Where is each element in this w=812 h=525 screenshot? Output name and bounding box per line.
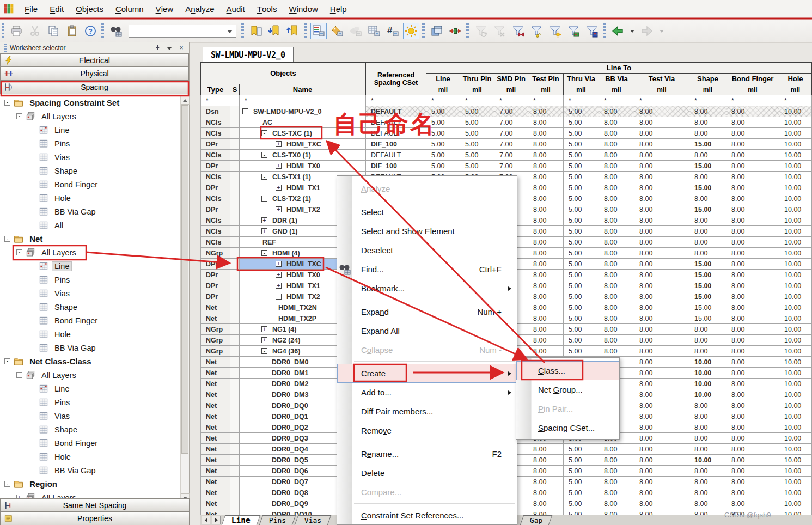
- cell-test-pin[interactable]: 8.00: [528, 139, 564, 150]
- cell-test-via[interactable]: 8.00: [634, 172, 689, 182]
- cell-line[interactable]: 5.00: [426, 106, 460, 117]
- cell-bond-finger[interactable]: 8.00: [726, 357, 779, 368]
- cell-bb-via[interactable]: 8.00: [599, 259, 634, 270]
- cell-s[interactable]: [230, 248, 240, 259]
- expand-icon[interactable]: +: [276, 261, 282, 267]
- cell-bond-finger[interactable]: 8.00: [726, 237, 779, 248]
- cell-hole[interactable]: 10.00: [779, 117, 812, 128]
- cell-thru-via[interactable]: 5.00: [564, 444, 599, 455]
- cell-type[interactable]: NCls: [201, 117, 230, 128]
- cell-bond-finger[interactable]: 8.00: [726, 389, 779, 400]
- toolbar-separator-handle[interactable]: [422, 23, 425, 39]
- cell-thru-pin[interactable]: 5.00: [460, 150, 494, 161]
- back-button[interactable]: [609, 23, 626, 39]
- cell-s[interactable]: [230, 444, 240, 455]
- tree-item-line[interactable]: Line: [0, 123, 180, 137]
- filter-cell[interactable]: *: [240, 95, 366, 106]
- cell-shape[interactable]: 10.00: [689, 379, 726, 389]
- cell-bb-via[interactable]: 8.00: [599, 466, 634, 477]
- cell-s[interactable]: [230, 455, 240, 466]
- cell-test-via[interactable]: 8.00: [634, 302, 689, 313]
- cell-shape[interactable]: 8.00: [689, 477, 726, 487]
- tree-item-shape[interactable]: Shape: [0, 164, 180, 178]
- cell-hole[interactable]: 10.00: [779, 248, 812, 259]
- window-stack-button[interactable]: [429, 23, 445, 39]
- cell-hole[interactable]: 10.00: [779, 161, 812, 172]
- collapse-icon[interactable]: -: [261, 152, 267, 158]
- cell-thru-pin[interactable]: 5.00: [460, 128, 494, 139]
- cell-hole[interactable]: 10.00: [779, 346, 812, 357]
- collapse-icon[interactable]: -: [16, 113, 22, 119]
- cell-type[interactable]: DPr: [201, 182, 230, 193]
- expand-icon[interactable]: +: [261, 217, 267, 223]
- sidebar-category-spacing[interactable]: Spacing: [0, 81, 189, 94]
- drag-handle-icon[interactable]: [4, 44, 7, 52]
- filter-clear-button[interactable]: [491, 23, 508, 39]
- cell-shape[interactable]: 15.00: [689, 280, 726, 291]
- cell-test-via[interactable]: 8.00: [634, 477, 689, 487]
- cell-thru-pin[interactable]: 5.00: [460, 106, 494, 117]
- cell-hole[interactable]: 10.00: [779, 106, 812, 117]
- cell-shape[interactable]: 8.00: [689, 128, 726, 139]
- sheet-tab-overflow[interactable]: Gap: [520, 515, 553, 525]
- sheet-tab-pins[interactable]: Pins: [259, 515, 296, 525]
- cell-hole[interactable]: 10.00: [779, 128, 812, 139]
- collapse-icon[interactable]: -: [261, 196, 267, 202]
- cell-hole[interactable]: 10.00: [779, 444, 812, 455]
- cell-type[interactable]: DPr: [201, 270, 230, 280]
- cell-type[interactable]: DPr: [201, 139, 230, 150]
- cell-test-via[interactable]: 8.00: [634, 422, 689, 433]
- tree-item-shape[interactable]: Shape: [0, 300, 180, 314]
- cell-shape[interactable]: 8.00: [689, 117, 726, 128]
- cell-shape[interactable]: 15.00: [689, 302, 726, 313]
- cell-bb-via[interactable]: 8.00: [599, 117, 634, 128]
- cell-hole[interactable]: 10.00: [779, 422, 812, 433]
- filter-cell[interactable]: *: [726, 95, 779, 106]
- expand-icon[interactable]: +: [261, 228, 267, 234]
- cell-type[interactable]: Net: [201, 466, 230, 477]
- cell-hole[interactable]: 10.00: [779, 379, 812, 389]
- tree-item-all-layers[interactable]: - All Layers: [0, 109, 180, 123]
- cell-s[interactable]: [230, 259, 240, 270]
- cell-test-pin[interactable]: 8.00: [528, 248, 564, 259]
- cell-shape[interactable]: 15.00: [689, 270, 726, 280]
- cell-s[interactable]: [230, 215, 240, 226]
- cell-test-pin[interactable]: 8.00: [528, 498, 564, 509]
- cell-test-via[interactable]: 8.00: [634, 433, 689, 444]
- cell-bb-via[interactable]: 8.00: [599, 237, 634, 248]
- cell-s[interactable]: [230, 204, 240, 215]
- measure-button[interactable]: [447, 23, 463, 39]
- cell-thru-via[interactable]: 5.00: [564, 477, 599, 487]
- filter-cell[interactable]: *: [460, 95, 494, 106]
- collapse-icon[interactable]: -: [261, 130, 267, 136]
- tree-item-all-layers[interactable]: - All Layers: [0, 246, 180, 259]
- context-menu-item-constraint-set-references[interactable]: Constraint Set References...: [337, 506, 517, 525]
- cell-type[interactable]: NCls: [201, 237, 230, 248]
- cell-thru-pin[interactable]: 5.00: [460, 139, 494, 150]
- cell-s[interactable]: [230, 324, 240, 335]
- worksheet-physical-button[interactable]: [329, 23, 345, 39]
- cell-s[interactable]: [230, 433, 240, 444]
- cell-type[interactable]: NCls: [201, 226, 230, 237]
- cell-hole[interactable]: 10.00: [779, 400, 812, 411]
- cell-bond-finger[interactable]: 8.00: [726, 302, 779, 313]
- cell-bb-via[interactable]: 8.00: [599, 487, 634, 498]
- cell-bb-via[interactable]: 8.00: [599, 324, 634, 335]
- cell-bond-finger[interactable]: 8.00: [726, 291, 779, 302]
- cell-bond-finger[interactable]: 8.00: [726, 161, 779, 172]
- cell-test-pin[interactable]: 8.00: [528, 161, 564, 172]
- cell-bb-via[interactable]: 8.00: [599, 270, 634, 280]
- cell-thru-via[interactable]: 5.00: [564, 139, 599, 150]
- cell-test-via[interactable]: 8.00: [634, 335, 689, 346]
- cell-bb-via[interactable]: 8.00: [599, 302, 634, 313]
- cell-test-pin[interactable]: 8.00: [528, 324, 564, 335]
- cell-type[interactable]: Net: [201, 477, 230, 487]
- collapse-icon[interactable]: -: [242, 108, 248, 114]
- cell-bond-finger[interactable]: 8.00: [726, 444, 779, 455]
- tree-item-pins[interactable]: Pins: [0, 395, 180, 409]
- context-menu-item-create[interactable]: Create: [337, 364, 517, 383]
- cell-hole[interactable]: 10.00: [779, 237, 812, 248]
- filter-schedule-button[interactable]: [528, 23, 545, 39]
- cell-referenced-cset[interactable]: DEFAULT: [366, 128, 426, 139]
- cell-shape[interactable]: 10.00: [689, 389, 726, 400]
